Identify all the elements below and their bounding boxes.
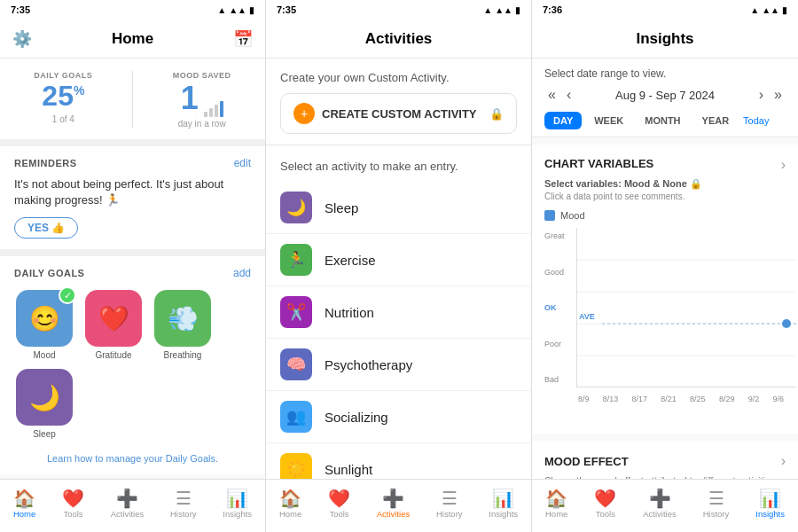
reminders-header: REMINDERS edit — [14, 157, 251, 169]
activities-header: Activities — [266, 20, 531, 59]
calendar-icon[interactable]: 📅 — [233, 29, 253, 49]
data-point[interactable] — [782, 319, 791, 328]
nav-ins-insights[interactable]: 📊 Insights — [755, 489, 785, 519]
reminders-section: REMINDERS edit It's not about being perf… — [0, 146, 265, 256]
goal-gratitude[interactable]: ❤️ Gratitude — [83, 290, 144, 360]
mood-effect-header: MOOD EFFECT › — [544, 453, 786, 469]
x-label-3: 8/17 — [632, 395, 648, 403]
nav-insights-label: Insights — [223, 509, 252, 519]
date-nav-next[interactable]: › — [755, 87, 767, 103]
nav-act-home-label: Home — [279, 509, 301, 519]
date-nav-prev[interactable]: ‹ — [563, 87, 575, 103]
activity-nutrition[interactable]: ✂️ Nutrition — [266, 286, 531, 339]
status-bar-activities: 7:35 ▲ ▲▲ ▮ — [266, 0, 531, 20]
nav-activities[interactable]: ➕ Activities — [111, 489, 144, 519]
goal-mood-check: ✓ — [59, 286, 76, 304]
learn-link[interactable]: Learn how to manage your Daily Goals. — [14, 453, 251, 464]
yes-button[interactable]: YES 👍 — [14, 217, 78, 239]
mood-effect-title: MOOD EFFECT — [544, 455, 629, 468]
nav-ins-home[interactable]: 🏠 Home — [545, 489, 567, 519]
nav-act-activities-label: Activities — [377, 509, 410, 519]
tab-day[interactable]: DAY — [544, 112, 582, 129]
settings-icon[interactable]: ⚙️ — [12, 29, 32, 49]
daily-goals-percent: 25% — [34, 80, 92, 113]
wifi-icon-ins: ▲ — [750, 5, 759, 15]
goal-breathing[interactable]: 💨 Breathing — [153, 290, 213, 360]
goal-sleep-label: Sleep — [33, 429, 56, 439]
goal-mood-icon: 😊 ✓ — [16, 290, 73, 347]
chart-section: CHART VARIABLES › Select variables: Mood… — [532, 145, 798, 434]
nav-act-activities[interactable]: ➕ Activities — [377, 489, 410, 519]
nav-act-tools[interactable]: ❤️ Tools — [328, 489, 350, 519]
nav-act-history-icon: ☰ — [442, 489, 458, 507]
daily-goals-box: DAILY GOALS 25% 1 of 4 — [34, 71, 92, 129]
goal-breathing-label: Breathing — [164, 350, 202, 360]
lock-icon: 🔒 — [489, 107, 504, 121]
nav-ins-insights-icon: 📊 — [759, 489, 781, 507]
date-nav-first[interactable]: « — [544, 87, 559, 103]
nav-tools[interactable]: ❤️ Tools — [62, 489, 84, 519]
activities-bottom-nav: 🏠 Home ❤️ Tools ➕ Activities ☰ History 📊… — [266, 479, 531, 532]
insights-header: Insights — [532, 20, 798, 59]
activity-socializing[interactable]: 👥 Socializing — [266, 391, 531, 443]
mood-saved-number: 1 — [181, 80, 199, 117]
activity-psychotherapy[interactable]: 🧠 Psychotherapy — [266, 339, 531, 391]
insights-panel: 7:36 ▲ ▲▲ ▮ Insights Select date range t… — [532, 0, 798, 532]
goal-mood[interactable]: 😊 ✓ Mood — [14, 290, 74, 360]
mood-saved-label: MOOD SAVED — [173, 71, 231, 80]
date-nav-last[interactable]: » — [771, 87, 786, 103]
goals-grid: 😊 ✓ Mood ❤️ Gratitude 💨 Breathing — [14, 290, 251, 439]
chart-wrapper: Great Good OK Poor Bad AVE — [576, 228, 786, 403]
tab-week[interactable]: WEEK — [585, 112, 632, 129]
sleep-icon-box: 🌙 — [280, 192, 312, 223]
nav-home[interactable]: 🏠 Home — [13, 489, 35, 519]
wifi-icon-act: ▲ — [483, 5, 492, 15]
nav-act-history[interactable]: ☰ History — [436, 489, 463, 519]
activity-sunlight[interactable]: ☀️ Sunlight — [266, 443, 531, 479]
nav-activities-icon: ➕ — [116, 489, 138, 507]
goal-sleep[interactable]: 🌙 Sleep — [14, 369, 74, 439]
nav-act-insights-label: Insights — [489, 509, 518, 519]
date-tabs-row: DAY WEEK MONTH YEAR Today — [544, 112, 786, 129]
activity-sleep[interactable]: 🌙 Sleep — [266, 182, 531, 234]
today-button[interactable]: Today — [743, 115, 769, 126]
create-custom-button[interactable]: + CREATE CUSTOM ACTIVITY 🔒 — [280, 93, 517, 134]
date-range-label: Select date range to view. — [544, 67, 786, 80]
chart-header: CHART VARIABLES › — [544, 157, 786, 173]
nav-history[interactable]: ☰ History — [170, 489, 197, 519]
chart-expand-icon[interactable]: › — [781, 157, 786, 173]
social-icon-box: 👥 — [280, 401, 312, 433]
chart-legend: Mood — [544, 210, 786, 221]
date-tabs: DAY WEEK MONTH YEAR — [544, 112, 738, 129]
ave-text: AVE — [579, 312, 595, 321]
add-goal-button[interactable]: add — [233, 267, 251, 279]
sunlight-icon-box: ☀️ — [280, 453, 312, 479]
nav-ins-activities[interactable]: ➕ Activities — [643, 489, 676, 519]
tab-year[interactable]: YEAR — [693, 112, 739, 129]
nutrition-label: Nutrition — [325, 305, 374, 320]
tab-month[interactable]: MONTH — [636, 112, 689, 129]
x-labels: 8/9 8/13 8/17 8/21 8/25 8/29 9/2 9/6 — [576, 395, 786, 403]
goal-mood-label: Mood — [33, 350, 55, 360]
top-goals-section: DAILY GOALS 25% 1 of 4 MOOD SAVED 1 — [0, 59, 265, 146]
reminders-edit[interactable]: edit — [234, 157, 251, 169]
date-section: Select date range to view. « ‹ Aug 9 - S… — [532, 59, 798, 137]
nav-act-insights-icon: 📊 — [492, 489, 514, 507]
daily-goals-section: DAILY GOALS add 😊 ✓ Mood ❤️ Gratitude — [0, 256, 265, 474]
x-label-1: 8/9 — [578, 395, 590, 403]
nav-ins-tools[interactable]: ❤️ Tools — [594, 489, 616, 519]
chart-hint: Click a data point to see comments. — [544, 192, 786, 201]
bar3 — [215, 105, 218, 117]
nav-act-home[interactable]: 🏠 Home — [279, 489, 301, 519]
nav-act-insights[interactable]: 📊 Insights — [489, 489, 518, 519]
nav-tools-icon: ❤️ — [62, 489, 84, 507]
create-custom-label: CREATE CUSTOM ACTIVITY — [322, 107, 477, 121]
daily-goals-header: DAILY GOALS add — [14, 267, 251, 279]
nav-act-activities-icon: ➕ — [382, 489, 404, 507]
activity-exercise[interactable]: 🏃 Exercise — [266, 234, 531, 286]
nav-ins-history[interactable]: ☰ History — [703, 489, 730, 519]
nav-ins-home-label: Home — [545, 509, 567, 519]
y-label-poor: Poor — [544, 340, 565, 348]
nav-insights[interactable]: 📊 Insights — [223, 489, 252, 519]
mood-effect-expand-icon[interactable]: › — [781, 453, 786, 469]
